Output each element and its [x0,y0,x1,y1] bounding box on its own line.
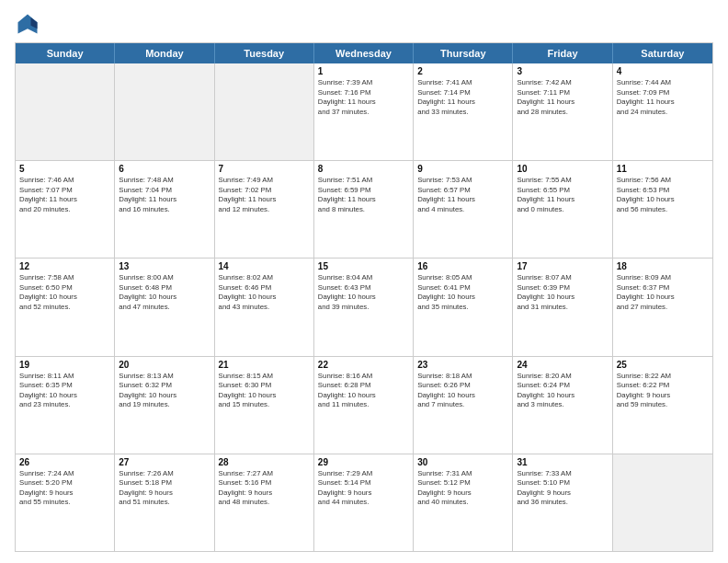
day-number: 5 [19,164,110,174]
header-day-saturday: Saturday [613,43,712,63]
day-info: Sunrise: 7:24 AM Sunset: 5:20 PM Dayligh… [19,469,110,508]
day-info: Sunrise: 8:18 AM Sunset: 6:26 PM Dayligh… [417,372,508,410]
cal-cell-2-4: 16Sunrise: 8:05 AM Sunset: 6:41 PM Dayli… [414,259,513,355]
day-info: Sunrise: 7:26 AM Sunset: 5:18 PM Dayligh… [119,469,210,508]
day-info: Sunrise: 8:07 AM Sunset: 6:39 PM Dayligh… [517,273,608,312]
day-number: 22 [318,360,409,370]
page: SundayMondayTuesdayWednesdayThursdayFrid… [0,0,728,563]
header-day-friday: Friday [513,43,612,63]
day-info: Sunrise: 7:39 AM Sunset: 7:16 PM Dayligh… [318,78,409,117]
day-number: 30 [417,457,508,467]
day-number: 9 [417,164,508,174]
day-number: 1 [318,66,409,76]
day-number: 31 [517,457,608,467]
day-number: 29 [318,457,409,467]
day-info: Sunrise: 7:33 AM Sunset: 5:10 PM Dayligh… [517,469,608,508]
calendar-header: SundayMondayTuesdayWednesdayThursdayFrid… [16,43,712,63]
day-number: 12 [19,261,110,271]
day-info: Sunrise: 8:05 AM Sunset: 6:41 PM Dayligh… [417,273,508,312]
cal-cell-4-5: 31Sunrise: 7:33 AM Sunset: 5:10 PM Dayli… [513,454,612,551]
cal-cell-0-2 [215,63,314,160]
day-number: 24 [517,360,608,370]
day-number: 16 [417,261,508,271]
day-info: Sunrise: 7:53 AM Sunset: 6:57 PM Dayligh… [417,176,508,214]
cal-cell-3-3: 22Sunrise: 8:16 AM Sunset: 6:28 PM Dayli… [314,357,414,454]
cal-cell-1-0: 5Sunrise: 7:46 AM Sunset: 7:07 PM Daylig… [16,161,115,258]
day-number: 26 [19,457,110,467]
day-number: 2 [417,66,508,76]
logo [15,11,44,37]
day-info: Sunrise: 8:22 AM Sunset: 6:22 PM Dayligh… [617,372,709,410]
day-number: 21 [219,360,310,370]
cal-cell-2-0: 12Sunrise: 7:58 AM Sunset: 6:50 PM Dayli… [16,259,115,355]
day-number: 25 [617,360,709,370]
header-day-sunday: Sunday [16,43,115,63]
day-info: Sunrise: 7:29 AM Sunset: 5:14 PM Dayligh… [318,469,409,508]
day-number: 18 [617,261,709,271]
cal-cell-3-6: 25Sunrise: 8:22 AM Sunset: 6:22 PM Dayli… [613,357,712,454]
day-info: Sunrise: 8:02 AM Sunset: 6:46 PM Dayligh… [219,273,310,312]
day-number: 8 [318,164,409,174]
cal-cell-2-6: 18Sunrise: 8:09 AM Sunset: 6:37 PM Dayli… [613,259,712,355]
cal-cell-4-6 [613,454,712,551]
day-number: 7 [219,164,310,174]
day-info: Sunrise: 7:55 AM Sunset: 6:55 PM Dayligh… [517,176,608,214]
day-info: Sunrise: 7:27 AM Sunset: 5:16 PM Dayligh… [219,469,310,508]
day-info: Sunrise: 8:13 AM Sunset: 6:32 PM Dayligh… [119,372,210,410]
day-info: Sunrise: 7:44 AM Sunset: 7:09 PM Dayligh… [617,78,709,117]
header-day-wednesday: Wednesday [314,43,414,63]
calendar-row-1: 5Sunrise: 7:46 AM Sunset: 7:07 PM Daylig… [16,160,712,258]
day-number: 17 [517,261,608,271]
day-info: Sunrise: 7:58 AM Sunset: 6:50 PM Dayligh… [19,273,110,312]
cal-cell-4-0: 26Sunrise: 7:24 AM Sunset: 5:20 PM Dayli… [16,454,115,551]
day-number: 13 [119,261,210,271]
cal-cell-1-6: 11Sunrise: 7:56 AM Sunset: 6:53 PM Dayli… [613,161,712,258]
day-number: 28 [219,457,310,467]
day-number: 4 [617,66,709,76]
header [15,11,713,37]
cal-cell-0-3: 1Sunrise: 7:39 AM Sunset: 7:16 PM Daylig… [314,63,414,160]
day-number: 20 [119,360,210,370]
cal-cell-3-5: 24Sunrise: 8:20 AM Sunset: 6:24 PM Dayli… [513,357,612,454]
day-number: 3 [517,66,608,76]
cal-cell-1-3: 8Sunrise: 7:51 AM Sunset: 6:59 PM Daylig… [314,161,414,258]
day-number: 14 [219,261,310,271]
cal-cell-3-2: 21Sunrise: 8:15 AM Sunset: 6:30 PM Dayli… [215,357,314,454]
day-info: Sunrise: 7:56 AM Sunset: 6:53 PM Dayligh… [617,176,709,214]
cal-cell-2-1: 13Sunrise: 8:00 AM Sunset: 6:48 PM Dayli… [115,259,214,355]
day-info: Sunrise: 7:51 AM Sunset: 6:59 PM Dayligh… [318,176,409,214]
cal-cell-0-5: 3Sunrise: 7:42 AM Sunset: 7:11 PM Daylig… [513,63,612,160]
day-number: 27 [119,457,210,467]
cal-cell-0-1 [115,63,214,160]
cal-cell-1-4: 9Sunrise: 7:53 AM Sunset: 6:57 PM Daylig… [414,161,513,258]
day-info: Sunrise: 8:15 AM Sunset: 6:30 PM Dayligh… [219,372,310,410]
cal-cell-2-3: 15Sunrise: 8:04 AM Sunset: 6:43 PM Dayli… [314,259,414,355]
day-info: Sunrise: 7:41 AM Sunset: 7:14 PM Dayligh… [417,78,508,117]
cal-cell-4-4: 30Sunrise: 7:31 AM Sunset: 5:12 PM Dayli… [414,454,513,551]
day-info: Sunrise: 8:11 AM Sunset: 6:35 PM Dayligh… [19,372,110,410]
cal-cell-4-1: 27Sunrise: 7:26 AM Sunset: 5:18 PM Dayli… [115,454,214,551]
day-info: Sunrise: 8:09 AM Sunset: 6:37 PM Dayligh… [617,273,709,312]
cal-cell-1-5: 10Sunrise: 7:55 AM Sunset: 6:55 PM Dayli… [513,161,612,258]
day-number: 10 [517,164,608,174]
day-number: 11 [617,164,709,174]
header-day-tuesday: Tuesday [215,43,314,63]
cal-cell-3-0: 19Sunrise: 8:11 AM Sunset: 6:35 PM Dayli… [16,357,115,454]
header-day-monday: Monday [115,43,214,63]
cal-cell-3-4: 23Sunrise: 8:18 AM Sunset: 6:26 PM Dayli… [414,357,513,454]
day-info: Sunrise: 7:31 AM Sunset: 5:12 PM Dayligh… [417,469,508,508]
logo-icon [15,11,40,37]
day-info: Sunrise: 8:04 AM Sunset: 6:43 PM Dayligh… [318,273,409,312]
cal-cell-4-3: 29Sunrise: 7:29 AM Sunset: 5:14 PM Dayli… [314,454,414,551]
header-day-thursday: Thursday [414,43,513,63]
day-info: Sunrise: 7:48 AM Sunset: 7:04 PM Dayligh… [119,176,210,214]
day-info: Sunrise: 7:49 AM Sunset: 7:02 PM Dayligh… [219,176,310,214]
day-number: 19 [19,360,110,370]
cal-cell-1-1: 6Sunrise: 7:48 AM Sunset: 7:04 PM Daylig… [115,161,214,258]
cal-cell-1-2: 7Sunrise: 7:49 AM Sunset: 7:02 PM Daylig… [215,161,314,258]
cal-cell-2-5: 17Sunrise: 8:07 AM Sunset: 6:39 PM Dayli… [513,259,612,355]
calendar-row-3: 19Sunrise: 8:11 AM Sunset: 6:35 PM Dayli… [16,356,712,454]
day-number: 23 [417,360,508,370]
day-number: 6 [119,164,210,174]
day-info: Sunrise: 7:46 AM Sunset: 7:07 PM Dayligh… [19,176,110,214]
